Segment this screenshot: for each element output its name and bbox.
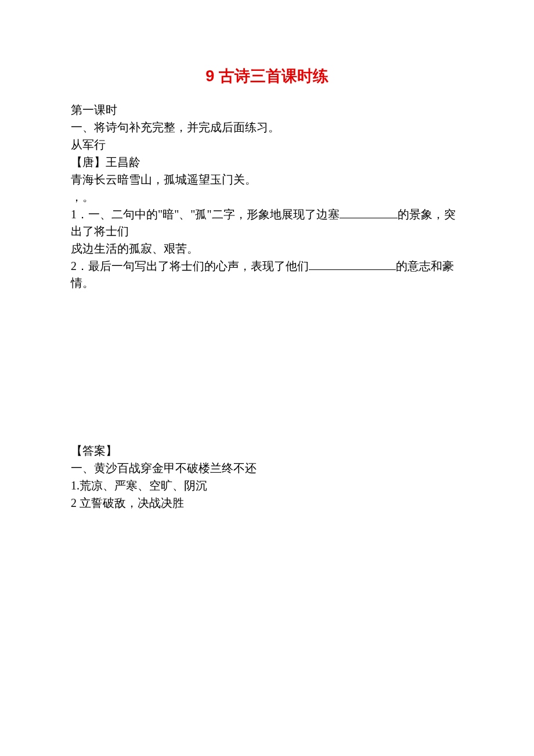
q1-1-prefix: 1．一、二句中的"暗"、"孤"二字，形象地展现了边塞 (71, 208, 340, 221)
section-label: 第一课时 (71, 102, 463, 118)
blank-1 (340, 207, 398, 218)
answer-1-1: 1.荒凉、严寒、空旷、阴沉 (71, 477, 463, 494)
poem-title: 从军行 (71, 136, 463, 153)
answer-1-2: 2 立誓破敌，决战决胜 (71, 495, 463, 512)
q1-2-prefix: 2．最后一句写出了将士们的心声，表现了他们 (71, 260, 309, 272)
spacer (71, 292, 463, 442)
answer-header: 【答案】 (71, 442, 463, 459)
question-1-1-line1: 1．一、二句中的"暗"、"孤"二字，形象地展现了边塞的景象，突出了将士们 (71, 206, 463, 240)
poem-author: 【唐】王昌龄 (71, 154, 463, 171)
question-1-1-line2: 戍边生活的孤寂、艰苦。 (71, 240, 463, 257)
blank-2 (309, 258, 396, 270)
poem-line-1: 青海长云暗雪山，孤城遥望玉门关。 (71, 171, 463, 188)
question-1-header: 一、将诗句补充完整，并完成后面练习。 (71, 119, 463, 136)
poem-line-2: ，。 (71, 189, 463, 206)
answer-1: 一、黄沙百战穿金甲不破楼兰终不还 (71, 460, 463, 477)
question-1-2: 2．最后一句写出了将士们的心声，表现了他们的意志和豪情。 (71, 258, 463, 291)
page-title: 9 古诗三首课时练 (71, 65, 463, 88)
